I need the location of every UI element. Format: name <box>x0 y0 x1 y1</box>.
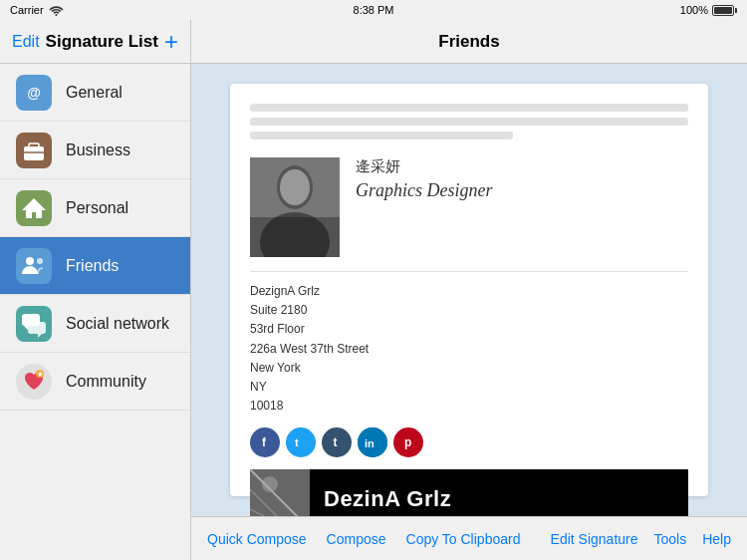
address-floor: 53rd Floor <box>250 320 688 339</box>
community-label: Community <box>66 373 146 391</box>
sidebar: @ General Business <box>0 64 191 560</box>
general-label: General <box>66 84 123 102</box>
photo-silhouette <box>250 157 340 257</box>
edit-button[interactable]: Edit <box>12 33 40 51</box>
sidebar-item-social-network[interactable]: Social network <box>0 295 190 353</box>
briefcase-icon <box>16 133 52 168</box>
nav-bar-left: Edit Signature List + <box>0 20 191 63</box>
general-icon: @ <box>16 75 52 111</box>
business-icon <box>16 133 52 168</box>
address-state: NY <box>250 378 688 397</box>
chat-icon <box>16 306 52 342</box>
brand-name: DezinA Grlz <box>310 486 451 512</box>
friends-icon <box>16 248 52 284</box>
help-button[interactable]: Help <box>702 531 731 547</box>
community-icon: ★ <box>16 364 52 400</box>
heart-icon: ★ <box>16 364 52 400</box>
svg-text:f: f <box>262 435 267 449</box>
linkedin-icon[interactable]: in <box>358 427 387 457</box>
nav-title: Signature List <box>46 32 158 52</box>
tools-button[interactable]: Tools <box>654 531 687 547</box>
address-company: DezignA Grlz <box>250 282 688 301</box>
svg-text:t: t <box>295 436 299 448</box>
profile-info: 逄采妍 Graphics Designer <box>356 157 688 201</box>
ph-line-1 <box>250 104 688 112</box>
svg-point-34 <box>262 476 278 492</box>
social-network-label: Social network <box>66 315 169 333</box>
friends-label: Friends <box>66 257 119 275</box>
pinterest-icon[interactable]: p <box>393 427 423 457</box>
social-icons: f t t in p <box>250 427 688 457</box>
sidebar-item-friends[interactable]: Friends <box>0 237 190 295</box>
svg-point-22 <box>260 212 330 257</box>
status-bar-time: 8:38 PM <box>354 4 394 16</box>
sidebar-item-general[interactable]: @ General <box>0 64 190 122</box>
profile-title: Graphics Designer <box>356 180 688 201</box>
toolbar-left: Quick Compose Compose Copy To Clipboard <box>207 531 520 547</box>
battery-percent: 100% <box>680 4 708 16</box>
address-section: DezignA Grlz Suite 2180 53rd Floor 226a … <box>250 271 688 416</box>
bottom-toolbar: Quick Compose Compose Copy To Clipboard … <box>191 516 747 560</box>
svg-rect-15 <box>28 322 46 334</box>
signature-card: 逄采妍 Graphics Designer DezignA Grlz Suite… <box>230 84 708 496</box>
status-bar: Carrier 8:38 PM 100% <box>0 0 747 20</box>
svg-point-11 <box>37 258 43 264</box>
main-area: @ General Business <box>0 64 747 560</box>
copy-to-clipboard-button[interactable]: Copy To Clipboard <box>406 531 521 547</box>
svg-text:t: t <box>334 435 338 449</box>
edit-signature-button[interactable]: Edit Signature <box>551 531 638 547</box>
business-label: Business <box>66 141 130 159</box>
svg-rect-30 <box>250 469 310 516</box>
status-bar-right: 100% <box>680 4 737 16</box>
svg-point-23 <box>280 169 310 205</box>
address-street: 226a West 37th Street <box>250 340 688 359</box>
svg-text:in: in <box>365 437 374 449</box>
profile-name: 逄采妍 <box>356 157 688 176</box>
facebook-icon[interactable]: f <box>250 427 280 457</box>
add-button[interactable]: + <box>164 30 178 54</box>
content-area: 逄采妍 Graphics Designer DezignA Grlz Suite… <box>191 64 747 560</box>
carrier-label: Carrier <box>10 4 44 16</box>
svg-text:@: @ <box>27 84 41 100</box>
social-network-icon <box>16 306 52 342</box>
sidebar-item-personal[interactable]: Personal <box>0 179 190 237</box>
sidebar-item-business[interactable]: Business <box>0 122 190 179</box>
svg-rect-9 <box>16 248 52 284</box>
brand-image-svg <box>250 469 310 516</box>
profile-section: 逄采妍 Graphics Designer <box>250 157 688 257</box>
tumblr-icon[interactable]: t <box>322 427 352 457</box>
address-suite: Suite 2180 <box>250 301 688 320</box>
at-icon: @ <box>23 82 45 104</box>
nav-bar-right-title: Friends <box>191 32 747 52</box>
sidebar-item-community[interactable]: ★ Community <box>0 353 190 411</box>
ph-line-3 <box>250 132 513 140</box>
status-bar-left: Carrier <box>10 4 64 16</box>
profile-photo <box>250 157 340 257</box>
house-icon <box>16 190 52 226</box>
wifi-icon <box>49 5 64 16</box>
compose-button[interactable]: Compose <box>327 531 386 547</box>
svg-text:p: p <box>404 435 411 449</box>
address-zip: 10018 <box>250 397 688 416</box>
ph-line-2 <box>250 118 688 126</box>
address-city: New York <box>250 359 688 378</box>
brand-banner: DezinA Grlz <box>250 469 688 516</box>
personal-label: Personal <box>66 199 128 217</box>
nav-bar: Edit Signature List + Friends <box>0 20 747 64</box>
svg-point-10 <box>26 257 34 265</box>
personal-icon <box>16 190 52 226</box>
signature-scroll[interactable]: 逄采妍 Graphics Designer DezignA Grlz Suite… <box>191 64 747 516</box>
quick-compose-button[interactable]: Quick Compose <box>207 531 307 547</box>
svg-point-0 <box>55 14 57 16</box>
person-icon <box>16 248 52 284</box>
toolbar-right: Edit Signature Tools Help <box>551 531 731 547</box>
svg-text:★: ★ <box>37 371 44 378</box>
battery-icon <box>712 5 737 16</box>
twitter-icon[interactable]: t <box>286 427 316 457</box>
placeholder-lines <box>250 104 688 140</box>
brand-banner-image <box>250 469 310 516</box>
